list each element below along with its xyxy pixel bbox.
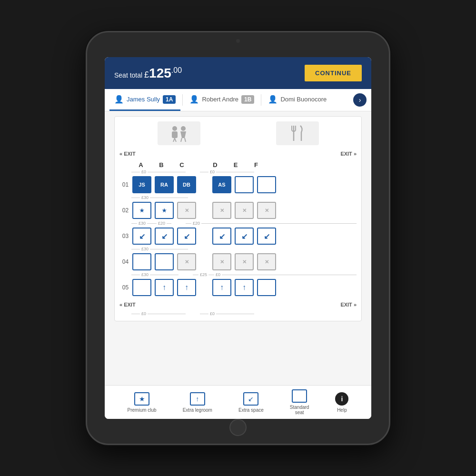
seat-01A[interactable]: JS <box>132 176 151 193</box>
legend-help[interactable]: i Help <box>335 392 348 413</box>
seat-04B[interactable] <box>155 253 174 270</box>
seat-02E[interactable]: ✕ <box>235 202 254 219</box>
seat-02F[interactable]: ✕ <box>257 202 276 219</box>
seat-badge-0: 1A <box>163 95 176 104</box>
col-header-D: D <box>206 161 225 169</box>
seat-05B[interactable]: ↑ <box>155 279 174 296</box>
person-icon-0: 👤 <box>114 95 124 104</box>
col-header-A: A <box>131 161 150 169</box>
seat-row-03: 03 ↙ ↙ ↙ ↙ ↙ ↙ <box>119 227 357 246</box>
seat-04A[interactable] <box>132 253 151 270</box>
seat-row-04: 04 ✕ ✕ ✕ ✕ <box>119 252 357 271</box>
svg-marker-5 <box>180 131 186 138</box>
legend-extra-legroom: ↑ Extra legroom <box>183 392 212 413</box>
passenger-tab-1[interactable]: 👤 Robert Andre 1B <box>185 89 259 111</box>
seat-03B[interactable]: ↙ <box>155 228 174 245</box>
legend-premium-label: Premium club <box>128 407 157 413</box>
seat-04F[interactable]: ✕ <box>257 253 276 270</box>
svg-point-0 <box>172 126 177 131</box>
passenger-tab-2[interactable]: 👤 Domi Buonocore <box>263 89 331 111</box>
seats-right-03: ↙ ↙ ↙ <box>211 227 277 246</box>
passenger-tabs: 👤 James Sully 1A 👤 Robert Andre 1B 👤 Dom… <box>105 89 371 111</box>
seat-02B[interactable]: ★ <box>155 202 174 219</box>
header: Seat total £125.00 CONTINUE <box>105 57 371 89</box>
seat-total: Seat total £125.00 <box>114 66 182 81</box>
legend-extra-space: ↙ Extra space <box>238 392 264 413</box>
seat-01B[interactable]: RA <box>155 176 174 193</box>
passenger-name-1: Robert Andre <box>202 96 238 103</box>
seat-01E[interactable] <box>235 176 254 193</box>
seats-left-04: ✕ <box>131 252 197 271</box>
svg-line-3 <box>175 138 176 142</box>
passenger-tab-0[interactable]: 👤 James Sully 1A <box>109 89 180 111</box>
seat-map-container[interactable]: « EXIT EXIT » A B C D E F <box>105 111 371 385</box>
tablet-camera <box>236 39 240 43</box>
seats-right-05: ↑ ↑ <box>211 278 277 297</box>
seats-left-01: JS RA DB <box>131 175 197 194</box>
tablet-home-button[interactable] <box>229 419 247 436</box>
seat-03A[interactable]: ↙ <box>132 228 151 245</box>
seats-right-04: ✕ ✕ ✕ <box>211 252 277 271</box>
seat-03D[interactable]: ↙ <box>212 228 231 245</box>
seats-left-02: ★ ★ ✕ <box>131 201 197 220</box>
seat-05E[interactable]: ↑ <box>235 279 254 296</box>
seat-04D[interactable]: ✕ <box>212 253 231 270</box>
legend-help-label: Help <box>337 407 347 413</box>
legend-standard-icon <box>292 389 307 403</box>
seat-02A[interactable]: ★ <box>132 202 151 219</box>
seat-row-05: 05 ↑ ↑ ↑ ↑ <box>119 278 357 297</box>
legend-premium-icon: ★ <box>134 392 149 406</box>
legend-standard-seat: Standardseat <box>290 389 309 415</box>
seat-03F[interactable]: ↙ <box>257 228 276 245</box>
nav-next-button[interactable]: › <box>353 93 367 107</box>
seat-03C[interactable]: ↙ <box>177 228 196 245</box>
seat-map: « EXIT EXIT » A B C D E F <box>114 116 362 321</box>
passenger-name-0: James Sully <box>127 96 160 103</box>
amenities-icons <box>119 121 357 145</box>
legend-standard-label: Standardseat <box>290 405 309 415</box>
amount-decimal: .00 <box>171 66 182 74</box>
person-icon-2: 👤 <box>268 95 278 104</box>
tablet-screen: Seat total £125.00 CONTINUE 👤 James Sull… <box>105 57 371 419</box>
toilet-icon <box>158 121 200 145</box>
person-icon-1: 👤 <box>189 95 199 104</box>
svg-line-6 <box>181 138 182 142</box>
legend-space-label: Extra space <box>238 407 264 413</box>
seat-05F[interactable] <box>257 279 276 296</box>
seat-row-02: 02 ★ ★ ✕ ✕ ✕ ✕ <box>119 201 357 220</box>
seat-01F[interactable] <box>257 176 276 193</box>
seat-05D[interactable]: ↑ <box>212 279 231 296</box>
legend: ★ Premium club ↑ Extra legroom ↙ Extra s… <box>105 385 371 419</box>
col-header-F: F <box>247 161 266 169</box>
continue-button[interactable]: CONTINUE <box>305 65 362 81</box>
currency-symbol: £ <box>144 70 149 79</box>
seat-01D[interactable]: AS <box>212 176 231 193</box>
exit-right-label: EXIT » <box>340 151 357 157</box>
col-header-B: B <box>152 161 171 169</box>
help-icon[interactable]: i <box>335 392 348 406</box>
exit-row-top: « EXIT EXIT » <box>119 149 357 159</box>
seat-04C[interactable]: ✕ <box>177 253 196 270</box>
amount-whole: 125 <box>149 66 171 80</box>
seat-02C[interactable]: ✕ <box>177 202 196 219</box>
row-num-05: 05 <box>119 284 131 291</box>
seat-total-amount: £125.00 <box>144 66 182 80</box>
seat-03E[interactable]: ↙ <box>235 228 254 245</box>
seat-05C[interactable]: ↑ <box>177 279 196 296</box>
legend-space-icon: ↙ <box>243 392 258 406</box>
seat-row-01: 01 JS RA DB AS <box>119 175 357 194</box>
legend-legroom-label: Extra legroom <box>183 407 212 413</box>
col-header-E: E <box>226 161 245 169</box>
row-num-04: 04 <box>119 258 131 265</box>
seat-total-label: Seat total <box>114 71 142 79</box>
seats-right-02: ✕ ✕ ✕ <box>211 201 277 220</box>
tab-divider-1 <box>261 94 261 106</box>
row-num-02: 02 <box>119 207 131 214</box>
legend-premium-club: ★ Premium club <box>128 392 157 413</box>
exit-bottom-left-label: « EXIT <box>119 302 136 307</box>
seat-01C[interactable]: DB <box>177 176 196 193</box>
tab-divider-0 <box>182 94 183 106</box>
seat-02D[interactable]: ✕ <box>212 202 231 219</box>
seat-04E[interactable]: ✕ <box>235 253 254 270</box>
seat-05A[interactable] <box>132 279 151 296</box>
